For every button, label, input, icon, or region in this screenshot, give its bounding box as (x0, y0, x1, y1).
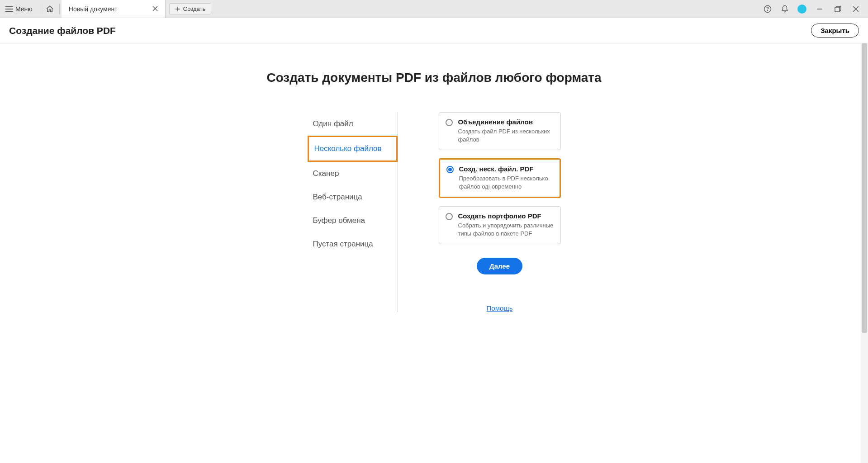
option-create-portfolio[interactable]: Создать портфолио PDF Собрать и упорядоч… (439, 206, 561, 244)
sidenav-item-scanner[interactable]: Сканер (308, 162, 398, 185)
window-minimize-button[interactable] (815, 4, 825, 14)
help-link[interactable]: Помощь (487, 304, 513, 312)
close-button[interactable]: Закрыть (811, 24, 859, 38)
option-title: Объединение файлов (458, 118, 554, 126)
close-icon (152, 6, 158, 11)
sidenav-item-clipboard[interactable]: Буфер обмена (308, 209, 398, 232)
option-desc: Собрать и упорядочить различные типы фай… (458, 222, 554, 237)
main-heading: Создать документы PDF из файлов любого ф… (266, 71, 601, 85)
create-button[interactable]: Создать (169, 3, 211, 14)
radio-icon (446, 213, 453, 220)
minimize-icon (816, 6, 823, 12)
window-close-button[interactable] (851, 4, 861, 14)
user-avatar[interactable] (797, 5, 806, 14)
radio-icon (446, 119, 453, 126)
hamburger-icon (5, 6, 13, 12)
option-title: Создать портфолио PDF (458, 212, 554, 220)
sidenav-item-single-file[interactable]: Один файл (308, 112, 398, 136)
notifications-button[interactable] (780, 5, 789, 14)
menu-button[interactable]: Меню (0, 0, 38, 18)
sidenav-item-blank-page[interactable]: Пустая страница (308, 232, 398, 256)
close-icon (853, 6, 859, 12)
option-desc: Преобразовать в PDF несколько файлов одн… (459, 175, 553, 190)
option-desc: Создать файл PDF из нескольких файлов (458, 128, 554, 143)
toolbar-right (763, 4, 868, 14)
vertical-scrollbar[interactable] (861, 43, 868, 463)
sidenav-item-webpage[interactable]: Веб-страница (308, 185, 398, 209)
home-button[interactable] (42, 0, 57, 18)
svg-point-5 (767, 10, 768, 11)
divider (59, 4, 60, 14)
radio-icon (446, 166, 454, 173)
source-sidenav: Один файл Несколько файлов Сканер Веб-ст… (308, 112, 398, 312)
wizard-pane: Один файл Несколько файлов Сканер Веб-ст… (308, 112, 561, 312)
help-icon (764, 5, 772, 13)
page-title: Создание файлов PDF (9, 25, 116, 36)
tab-close-button[interactable] (150, 4, 161, 14)
sidenav-item-multiple-files[interactable]: Несколько файлов (308, 136, 398, 162)
app-toolbar: Меню Новый документ Создать (0, 0, 868, 18)
svg-rect-7 (835, 7, 840, 12)
create-label: Создать (183, 5, 205, 12)
option-title: Созд. неск. файл. PDF (459, 165, 553, 173)
option-combine-files[interactable]: Объединение файлов Создать файл PDF из н… (439, 112, 561, 150)
maximize-icon (835, 6, 841, 12)
option-create-multiple-pdf[interactable]: Созд. неск. файл. PDF Преобразовать в PD… (439, 158, 561, 198)
options-column: Объединение файлов Создать файл PDF из н… (439, 112, 561, 312)
main-content: Создать документы PDF из файлов любого ф… (0, 43, 868, 312)
page-header: Создание файлов PDF Закрыть (0, 18, 868, 43)
document-tab[interactable]: Новый документ (62, 0, 166, 18)
divider (40, 4, 40, 14)
tab-label: Новый документ (69, 5, 118, 13)
plus-icon (175, 6, 180, 12)
scrollbar-thumb[interactable] (862, 43, 867, 333)
home-icon (46, 5, 54, 13)
window-maximize-button[interactable] (833, 4, 843, 14)
next-button[interactable]: Далее (477, 258, 522, 274)
bell-icon (781, 5, 789, 13)
menu-label: Меню (15, 5, 33, 13)
help-button[interactable] (763, 5, 772, 14)
